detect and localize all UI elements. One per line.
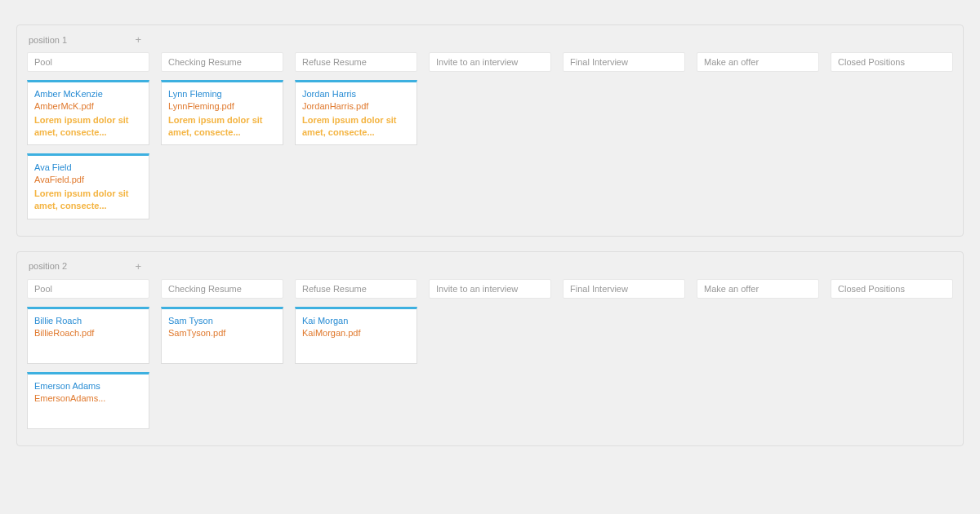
candidate-card[interactable]: Sam TysonSamTyson.pdf (161, 307, 283, 364)
candidate-card[interactable]: Emerson AdamsEmersonAdams... (27, 372, 149, 429)
kanban-column: Invite to an interview (429, 52, 551, 219)
candidate-name: Amber McKenzie (34, 88, 142, 100)
column-header[interactable]: Closed Positions (831, 279, 953, 299)
candidate-name: Emerson Adams (34, 380, 142, 392)
candidate-name: Kai Morgan (302, 315, 410, 327)
column-header[interactable]: Final Interview (563, 52, 685, 72)
candidate-card[interactable]: Jordan HarrisJordanHarris.pdfLorem ipsum… (295, 80, 417, 145)
candidate-file: EmersonAdams... (34, 392, 142, 405)
candidate-file: LynnFleming.pdf (168, 100, 276, 113)
kanban-column: PoolAmber McKenzieAmberMcK.pdfLorem ipsu… (27, 52, 149, 219)
position-title: position 2 (29, 261, 67, 271)
column-header[interactable]: Refuse Resume (295, 52, 417, 72)
candidate-name: Billie Roach (34, 315, 142, 327)
kanban-column: Checking ResumeLynn FlemingLynnFleming.p… (161, 52, 283, 219)
column-header[interactable]: Invite to an interview (429, 52, 551, 72)
candidate-file: AvaField.pdf (34, 174, 142, 186)
kanban-column: Closed Positions (831, 52, 953, 219)
candidate-name: Jordan Harris (302, 88, 410, 100)
candidate-name: Sam Tyson (168, 315, 276, 327)
kanban-column: Refuse ResumeKai MorganKaiMorgan.pdf (295, 279, 417, 429)
column-header[interactable]: Checking Resume (161, 52, 283, 72)
position-board: position 2+PoolBillie RoachBillieRoach.p… (16, 251, 964, 446)
candidate-file: JordanHarris.pdf (302, 100, 410, 113)
candidate-file: KaiMorgan.pdf (302, 327, 410, 339)
candidate-desc: Lorem ipsum dolor sit amet, consecte... (302, 114, 410, 139)
kanban-column: PoolBillie RoachBillieRoach.pdfEmerson A… (27, 279, 149, 429)
kanban-column: Make an offer (697, 279, 819, 429)
candidate-file: BillieRoach.pdf (34, 327, 142, 339)
candidate-file: SamTyson.pdf (168, 327, 276, 339)
column-header[interactable]: Invite to an interview (429, 279, 551, 299)
position-header: position 1+ (27, 33, 141, 46)
candidate-card[interactable]: Lynn FlemingLynnFleming.pdfLorem ipsum d… (161, 80, 283, 145)
column-header[interactable]: Pool (27, 279, 149, 299)
candidate-card[interactable]: Billie RoachBillieRoach.pdf (27, 307, 149, 364)
kanban-column: Refuse ResumeJordan HarrisJordanHarris.p… (295, 52, 417, 219)
candidate-card[interactable]: Amber McKenzieAmberMcK.pdfLorem ipsum do… (27, 80, 149, 145)
candidate-desc: Lorem ipsum dolor sit amet, consecte... (34, 114, 142, 139)
position-board: position 1+PoolAmber McKenzieAmberMcK.pd… (16, 24, 964, 237)
kanban-column: Closed Positions (831, 279, 953, 429)
column-header[interactable]: Checking Resume (161, 279, 283, 299)
candidate-desc: Lorem ipsum dolor sit amet, consecte... (34, 188, 142, 212)
candidate-card[interactable]: Ava FieldAvaField.pdfLorem ipsum dolor s… (27, 153, 149, 219)
candidate-name: Ava Field (34, 162, 142, 174)
position-header: position 2+ (27, 260, 141, 273)
column-header[interactable]: Pool (27, 52, 149, 72)
column-header[interactable]: Make an offer (697, 52, 819, 72)
candidate-card[interactable]: Kai MorganKaiMorgan.pdf (295, 307, 417, 364)
kanban-column: Final Interview (563, 279, 685, 429)
position-title: position 1 (29, 35, 67, 45)
plus-icon[interactable]: + (135, 33, 141, 46)
candidate-name: Lynn Fleming (168, 88, 276, 100)
columns-row: PoolAmber McKenzieAmberMcK.pdfLorem ipsu… (27, 52, 953, 219)
kanban-column: Final Interview (563, 52, 685, 219)
column-header[interactable]: Make an offer (697, 279, 819, 299)
column-header[interactable]: Final Interview (563, 279, 685, 299)
column-header[interactable]: Refuse Resume (295, 279, 417, 299)
column-header[interactable]: Closed Positions (831, 52, 953, 72)
kanban-column: Checking ResumeSam TysonSamTyson.pdf (161, 279, 283, 429)
candidate-file: AmberMcK.pdf (34, 100, 142, 113)
kanban-column: Invite to an interview (429, 279, 551, 429)
candidate-desc: Lorem ipsum dolor sit amet, consecte... (168, 114, 276, 139)
kanban-column: Make an offer (697, 52, 819, 219)
plus-icon[interactable]: + (135, 260, 141, 273)
columns-row: PoolBillie RoachBillieRoach.pdfEmerson A… (27, 279, 953, 429)
